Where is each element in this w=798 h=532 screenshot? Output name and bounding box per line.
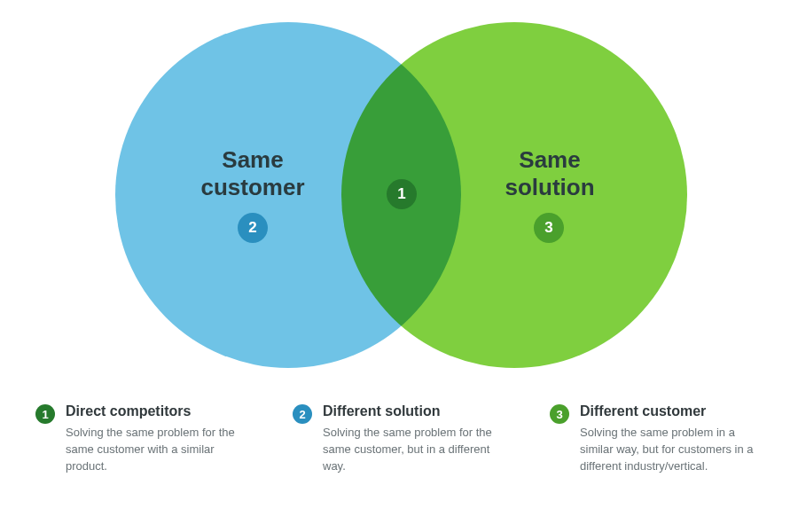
legend-text: Different solution Solving the same prob… — [323, 403, 505, 475]
venn-badge-center: 1 — [387, 179, 417, 209]
legend-badge-1: 1 — [35, 404, 55, 424]
legend-item: 2 Different solution Solving the same pr… — [293, 403, 505, 475]
legend: 1 Direct competitors Solving the same pr… — [35, 403, 763, 475]
legend-desc: Solving the same problem for the same cu… — [323, 425, 505, 475]
legend-text: Different customer Solving the same prob… — [580, 403, 763, 475]
venn-badge-left: 2 — [238, 213, 268, 243]
venn-diagram: Same customer Same solution 1 2 3 — [0, 0, 798, 390]
legend-item: 1 Direct competitors Solving the same pr… — [35, 403, 248, 475]
legend-desc: Solving the same problem for the same cu… — [66, 425, 248, 475]
legend-desc: Solving the same problem in a similar wa… — [580, 425, 763, 475]
venn-badge-right: 3 — [534, 213, 564, 243]
venn-label-left: Same customer — [182, 146, 324, 201]
venn-label-right: Same solution — [479, 146, 621, 201]
legend-badge-2: 2 — [293, 404, 312, 424]
legend-text: Direct competitors Solving the same prob… — [66, 403, 248, 475]
legend-title: Different customer — [580, 403, 763, 419]
legend-badge-3: 3 — [550, 404, 569, 424]
legend-title: Different solution — [323, 403, 505, 419]
legend-item: 3 Different customer Solving the same pr… — [550, 403, 763, 475]
legend-title: Direct competitors — [66, 403, 248, 419]
